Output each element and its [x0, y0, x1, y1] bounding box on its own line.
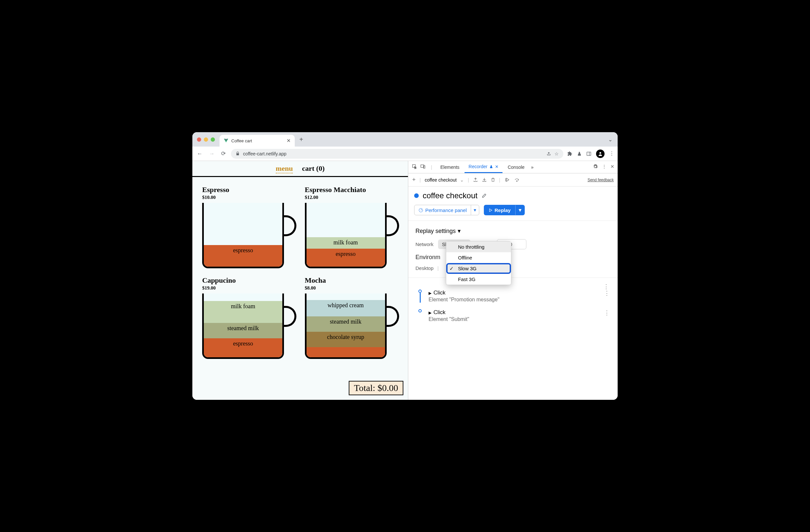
layer-label: milk foam [307, 237, 385, 249]
replay-dropdown-icon[interactable]: ▾ [515, 205, 525, 215]
step-menu-icon[interactable]: ⋮ [604, 309, 610, 322]
forward-button[interactable]: → [208, 150, 216, 157]
nav-menu-link[interactable]: menu [276, 164, 293, 173]
extensions-icon[interactable] [567, 151, 572, 156]
product-card[interactable]: Espresso Macchiato $12.00 milk foam espr… [305, 186, 399, 268]
devtools-menu-icon[interactable]: ⋮ [602, 164, 606, 170]
perf-dropdown-icon[interactable]: ▾ [471, 205, 479, 215]
devtools-tab-bar: | Elements Recorder ✕ Console » ⋮ ✕ [408, 161, 618, 173]
step-row[interactable]: ▶Click Element "Submit" ⋮ [415, 306, 611, 325]
edit-icon[interactable] [482, 193, 487, 198]
settings-gear-icon[interactable] [593, 164, 598, 170]
window-controls [197, 138, 215, 142]
close-window-icon[interactable] [197, 138, 201, 142]
close-devtools-icon[interactable]: ✕ [611, 164, 614, 170]
product-card[interactable]: Espresso $10.00 espresso [202, 186, 296, 268]
dropdown-option-fast-3g[interactable]: Fast 3G [446, 274, 511, 285]
url-text: coffee-cart.netlify.app [243, 151, 287, 156]
nav-cart-link[interactable]: cart (0) [302, 164, 325, 173]
environment-value: Desktop [416, 265, 434, 271]
performance-panel-button[interactable]: Performance panel ▾ [414, 205, 479, 215]
settings-heading[interactable]: Replay settings ▾ [416, 227, 611, 235]
page-nav: menu cart (0) [192, 161, 408, 177]
step-menu-icon[interactable]: ⋮ [604, 290, 610, 303]
dropdown-option-slow-3g[interactable]: ✓ Slow 3G [446, 263, 511, 274]
recording-title-row: coffee checkout [408, 187, 618, 205]
step-subtitle: Element "Submit" [428, 317, 599, 322]
browser-tab[interactable]: Coffee cart ✕ [220, 135, 295, 147]
minimize-window-icon[interactable] [204, 138, 208, 142]
recording-selector[interactable]: coffee checkout [425, 177, 457, 182]
profile-avatar[interactable] [596, 149, 604, 158]
layer-label: espresso [307, 249, 385, 267]
delete-icon[interactable] [491, 177, 495, 182]
import-icon[interactable] [482, 177, 487, 182]
action-buttons: Performance panel ▾ Replay ▾ [408, 205, 618, 221]
mug-graphic: milk foam steamed milk espresso [202, 293, 284, 359]
product-price: $12.00 [305, 195, 399, 200]
tab-elements[interactable]: Elements [436, 161, 463, 173]
network-label: Network [416, 241, 434, 247]
export-icon[interactable] [473, 177, 478, 182]
bookmark-icon[interactable]: ☆ [554, 151, 559, 156]
product-name: Cappucino [202, 276, 296, 285]
total-box[interactable]: Total: $0.00 [349, 381, 403, 395]
expand-icon[interactable]: ▶ [428, 310, 432, 315]
play-icon [488, 208, 493, 212]
environment-heading: Environm [416, 254, 440, 261]
product-name: Espresso Macchiato [305, 186, 399, 194]
step-row[interactable]: ⋮ [415, 280, 611, 286]
dropdown-option-offline[interactable]: Offline [446, 252, 511, 263]
toolbar: ← → ⟳ coffee-cart.netlify.app ☆ ⋮ [192, 147, 618, 161]
dropdown-option-no-throttling[interactable]: No throttling [446, 241, 511, 252]
toolbar-right: ⋮ [567, 149, 614, 158]
side-panel-icon[interactable] [586, 151, 592, 156]
product-card[interactable]: Cappucino $19.00 milk foam steamed milk … [202, 276, 296, 359]
back-button[interactable]: ← [196, 150, 204, 157]
mug-graphic: whipped cream steamed milk chocolate syr… [305, 293, 387, 359]
svg-point-4 [599, 152, 601, 154]
mug-graphic: espresso [202, 203, 284, 268]
device-toggle-icon[interactable] [419, 164, 426, 170]
chevron-down-icon[interactable]: ⌄ [460, 177, 464, 182]
svg-rect-2 [587, 152, 591, 156]
step-play-icon[interactable] [504, 177, 510, 182]
tabs-menu-icon[interactable]: ⌄ [608, 136, 614, 143]
reload-button[interactable]: ⟳ [220, 150, 227, 157]
product-grid: Espresso $10.00 espresso Espresso Macchi… [192, 177, 408, 388]
lock-icon [236, 151, 240, 156]
inspect-element-icon[interactable] [411, 164, 418, 170]
labs-icon[interactable] [577, 151, 582, 156]
send-feedback-link[interactable]: Send feedback [587, 178, 614, 182]
tab-title: Coffee cart [231, 139, 252, 143]
layer-label: espresso [204, 245, 282, 267]
product-card[interactable]: Mocha $8.00 whipped cream steamed milk c… [305, 276, 399, 359]
share-icon[interactable] [546, 151, 551, 156]
step-over-icon[interactable] [514, 178, 520, 182]
layer-label: chocolate syrup [307, 332, 385, 347]
product-price: $8.00 [305, 285, 399, 291]
more-tabs-icon[interactable]: » [531, 165, 534, 170]
layer-label: milk foam [204, 301, 282, 323]
tab-console[interactable]: Console [504, 161, 528, 173]
add-recording-icon[interactable]: + [412, 176, 416, 183]
browser-menu-icon[interactable]: ⋮ [609, 150, 614, 157]
step-row[interactable]: ▶Click Element "Promotion message" ⋮ [415, 286, 611, 306]
recorder-toolbar: + | coffee checkout ⌄ | | Send feedback [408, 173, 618, 187]
address-bar[interactable]: coffee-cart.netlify.app ☆ [231, 149, 563, 159]
layer-label [307, 347, 385, 357]
close-tab-icon[interactable]: ✕ [287, 138, 291, 144]
product-name: Espresso [202, 186, 296, 194]
svg-point-8 [517, 181, 517, 181]
product-price: $10.00 [202, 195, 296, 200]
expand-icon[interactable]: ▶ [428, 291, 432, 295]
replay-button[interactable]: Replay ▾ [484, 205, 525, 215]
vue-favicon-icon [224, 138, 229, 143]
new-tab-button[interactable]: + [299, 136, 303, 143]
maximize-window-icon[interactable] [211, 138, 215, 142]
webpage: menu cart (0) Espresso $10.00 espresso E… [192, 161, 408, 400]
network-dropdown: No throttling Offline ✓ Slow 3G Fast 3G [446, 241, 511, 285]
tab-recorder[interactable]: Recorder ✕ [465, 161, 502, 173]
close-panel-icon[interactable]: ✕ [495, 164, 499, 169]
layer-label: steamed milk [204, 323, 282, 338]
